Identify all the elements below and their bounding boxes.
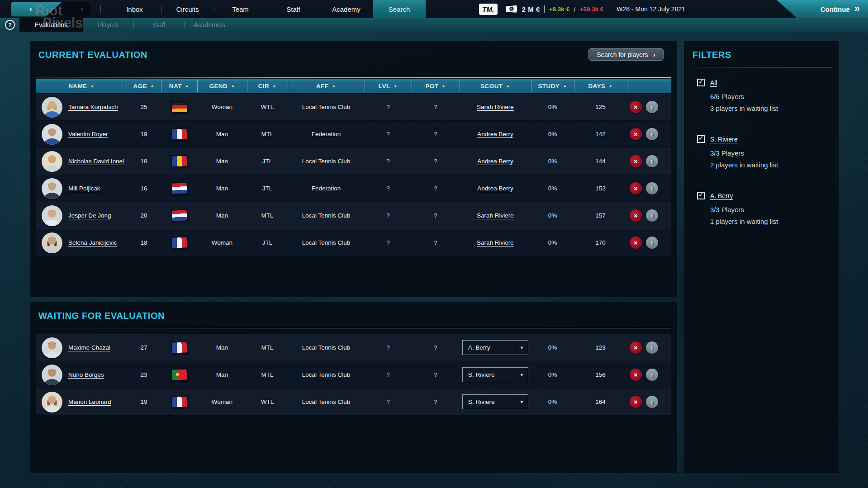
study-cell: 0% [531,344,574,351]
column-header-scout[interactable]: SCOUT▲ [460,79,531,93]
level-cell: ? [365,104,412,110]
move-player-button[interactable]: ↑↓ [646,237,658,249]
filter-label[interactable]: All [710,79,717,86]
player-row: Valentin Royer19ManMTLFederation??Andrea… [36,121,671,147]
help-button[interactable]: ? [5,20,15,30]
column-header-study[interactable]: STUDY▲ [531,79,574,93]
move-player-button[interactable]: ↑↓ [646,396,658,408]
top-nav-tabs: InboxCircuitsTeamStaffAcademySearch [108,0,426,18]
move-player-button[interactable]: ↑↓ [646,341,658,354]
player-avatar [42,365,62,385]
search-for-players-button[interactable]: Search for players › [588,48,664,61]
study-cell: 0% [531,398,574,405]
top-tab-inbox[interactable]: Inbox [108,0,161,18]
chevron-down-icon: ▼ [520,346,524,350]
move-player-button[interactable]: ↑↓ [646,369,658,381]
checkbox[interactable]: ✓ [697,135,705,143]
check-icon: ✓ [698,78,704,85]
column-header-aff[interactable]: AFF▲ [288,79,365,93]
actions-cell: ×↑↓ [627,396,671,408]
scout-cell: S. Riviere▼ [460,367,531,382]
move-player-button[interactable]: ↑↓ [646,182,658,194]
remove-player-button[interactable]: × [630,341,642,354]
top-tab-search[interactable]: Search [373,0,426,18]
actions-cell: ×↑↓ [627,101,671,113]
scout-cell: Andrea Berry [460,185,531,192]
close-icon: × [634,130,638,138]
column-header-pot[interactable]: POT▲ [412,79,460,93]
sub-tab-evaluations[interactable]: Evaluations [19,18,83,32]
gender-cell: Man [197,131,247,137]
checkbox[interactable]: ✓ [697,192,705,199]
remove-player-button[interactable]: × [630,128,642,140]
player-name-link[interactable]: Valentin Royer [68,131,108,137]
column-header-gend[interactable]: GEND▲ [197,79,247,93]
filter-label[interactable]: S. Riviere [710,136,738,143]
back-button[interactable]: ‹ [11,2,62,17]
player-name-link[interactable]: Mili Poljicak [68,185,100,192]
filter-head: ✓A. Berry [697,192,831,199]
remove-player-button[interactable]: × [630,101,642,113]
scout-dropdown[interactable]: S. Riviere▼ [462,394,528,409]
scout-link[interactable]: Sarah Riviere [477,104,514,110]
remove-player-button[interactable]: × [630,209,642,222]
filter-label[interactable]: A. Berry [710,192,733,199]
scout-link[interactable]: Sarah Riviere [477,239,514,246]
move-player-button[interactable]: ↑↓ [646,101,658,113]
checkbox[interactable]: ✓ [697,79,705,86]
top-tab-academy[interactable]: Academy [320,0,373,18]
player-name-link[interactable]: Manon Leonard [68,398,111,405]
remove-player-button[interactable]: × [630,369,642,381]
column-header-lvl[interactable]: LVL▲ [365,79,412,93]
close-icon: × [634,103,638,111]
column-header-age[interactable]: AGE▲ [127,79,161,93]
sub-tab-staff[interactable]: Staff [133,18,184,32]
gain-separator: / [574,5,575,13]
scout-link[interactable]: Andrea Berry [477,131,513,137]
sort-asc-icon: ▲ [608,84,612,88]
player-name-link[interactable]: Nicholas David Ionel [68,158,124,165]
player-name-link[interactable]: Selena Janicijevic [68,239,117,246]
potential-cell: ? [412,212,460,219]
top-tab-circuits[interactable]: Circuits [161,0,214,18]
continue-button[interactable]: Continue » [777,0,868,18]
player-name-link[interactable]: Jesper De Jong [68,212,111,219]
move-player-button[interactable]: ↑↓ [646,209,658,222]
top-tab-team[interactable]: Team [214,0,267,18]
age-cell: 27 [127,344,161,351]
remove-player-button[interactable]: × [630,396,642,408]
close-icon: × [634,185,638,192]
scout-link[interactable]: Sarah Riviere [477,212,514,219]
affiliation-cell: Local Tennis Club [288,344,365,351]
sub-tab-academies[interactable]: Academies [184,18,235,32]
scout-dropdown[interactable]: S. Riviere▼ [462,367,528,382]
filter-group: ✓All6/6 Players3 players in waiting list [697,79,831,114]
player-name-link[interactable]: Tamara Korpatsch [68,104,118,110]
sub-tab-players[interactable]: Players [83,18,133,32]
player-name-link[interactable]: Nuno Borges [68,371,104,378]
potential-cell: ? [412,344,460,351]
scout-link[interactable]: Andrea Berry [477,185,513,192]
remove-player-button[interactable]: × [630,155,642,167]
nationality-cell [161,341,197,354]
flag-icon-fr [171,236,188,249]
column-header-nat[interactable]: NAT▲ [161,79,197,93]
column-header-days[interactable]: DAYS▲ [574,79,627,93]
scout-link[interactable]: Andrea Berry [477,158,513,165]
move-player-button[interactable]: ↑↓ [646,128,658,140]
column-header-name[interactable]: NAME▲ [36,79,127,93]
forward-button[interactable]: › [81,5,83,14]
nationality-cell [161,128,197,140]
circuit-cell: MTL [247,131,288,137]
potential-cell: ? [412,104,460,110]
close-icon: × [634,371,638,379]
remove-player-button[interactable]: × [630,182,642,194]
scout-dropdown[interactable]: A. Berry▼ [462,340,528,355]
column-header-cir[interactable]: CIR▲ [247,79,288,93]
remove-player-button[interactable]: × [630,237,642,249]
top-tab-staff[interactable]: Staff [267,0,320,18]
circuit-cell: MTL [247,344,288,351]
circuit-cell: JTL [247,185,288,192]
player-name-link[interactable]: Maxime Chazal [68,344,110,351]
move-player-button[interactable]: ↑↓ [646,155,658,167]
